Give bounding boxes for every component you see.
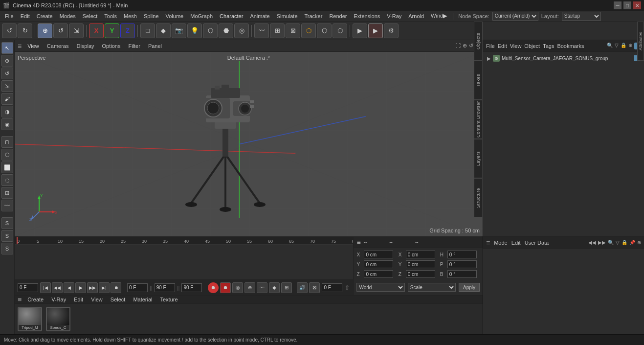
- effector-button[interactable]: ⬡: [333, 23, 347, 38]
- spline-sidebar[interactable]: 〰: [1, 200, 13, 211]
- menu-extensions[interactable]: Extensions: [351, 12, 383, 20]
- paint-sidebar[interactable]: 🖌: [1, 93, 13, 105]
- minimize-button[interactable]: ─: [614, 1, 622, 9]
- coord-z2-input[interactable]: [406, 270, 435, 278]
- menu-animate[interactable]: Animate: [247, 12, 272, 20]
- snap-sidebar[interactable]: S: [1, 217, 13, 229]
- scale-tool-button[interactable]: ⇲: [69, 23, 84, 38]
- vtab-objects[interactable]: Objects: [474, 40, 483, 61]
- uv-sidebar[interactable]: ⊞: [1, 187, 13, 199]
- timeline-track[interactable]: [15, 245, 353, 279]
- vp-display-menu[interactable]: Display: [74, 42, 96, 50]
- attrs-filter-icon[interactable]: ▽: [616, 240, 620, 245]
- redo-button[interactable]: ↻: [18, 23, 32, 38]
- menu-character[interactable]: Character: [217, 12, 246, 20]
- menu-mesh[interactable]: Mesh: [121, 12, 140, 20]
- vp-options-menu[interactable]: Options: [100, 42, 123, 50]
- menu-wind[interactable]: Wind▶: [428, 12, 450, 20]
- snap2-sidebar[interactable]: S: [1, 230, 13, 242]
- vtab-takes[interactable]: Takes: [474, 61, 483, 100]
- material-sidebar[interactable]: ◉: [1, 118, 13, 130]
- light-button[interactable]: 💡: [187, 23, 202, 38]
- frame-up-down[interactable]: ⇕: [344, 284, 350, 292]
- sculpt-sidebar[interactable]: ◑: [1, 106, 13, 117]
- go-to-end-button[interactable]: ▶|: [99, 282, 110, 293]
- obj-file-menu[interactable]: File: [486, 43, 495, 49]
- axis-y-button[interactable]: Y: [105, 23, 119, 38]
- end-frame-input[interactable]: [181, 283, 202, 292]
- render-region-button[interactable]: □: [140, 23, 155, 38]
- field-button[interactable]: ⬡: [317, 23, 332, 38]
- mograph-button[interactable]: ⬡: [301, 23, 316, 38]
- material-tripod[interactable]: Tripod_M: [18, 307, 42, 331]
- boole-button[interactable]: ◎: [234, 23, 249, 38]
- rotate-tool-button[interactable]: ↺: [53, 23, 68, 38]
- obj-object-menu[interactable]: Object: [524, 43, 540, 49]
- vtab-structure[interactable]: Structure: [474, 178, 483, 217]
- render-button[interactable]: ▶: [368, 23, 383, 38]
- render-view-button[interactable]: ▶: [353, 23, 367, 38]
- menu-tools[interactable]: Tools: [101, 12, 120, 20]
- attrs-lock-icon[interactable]: 🔒: [622, 240, 627, 245]
- mat-texture-menu[interactable]: Texture: [158, 296, 180, 303]
- deformer-button[interactable]: ⊠: [286, 23, 300, 38]
- vp-panel-menu[interactable]: Panel: [146, 42, 164, 50]
- prev-button[interactable]: ◀: [64, 282, 74, 293]
- coord-x-input[interactable]: [364, 251, 393, 258]
- point-sidebar[interactable]: ◌: [1, 174, 13, 186]
- attrs-add-icon[interactable]: ⊕: [637, 240, 641, 245]
- frame-display-input[interactable]: [322, 283, 342, 292]
- null-button[interactable]: ◆: [156, 23, 171, 38]
- attrs-nav-back[interactable]: ◀◀: [588, 240, 596, 245]
- mat-select-menu[interactable]: Select: [109, 296, 128, 303]
- mat-material-menu[interactable]: Material: [131, 296, 154, 303]
- loop-sel-sidebar[interactable]: ⊓: [1, 136, 13, 148]
- axis-z-button[interactable]: Z: [120, 23, 135, 38]
- coord-z-input[interactable]: [364, 270, 393, 278]
- rotate-sidebar[interactable]: ↺: [1, 68, 13, 79]
- vtab-content-browser[interactable]: Content Browser: [474, 100, 483, 139]
- close-button[interactable]: ✕: [633, 1, 641, 9]
- menu-simulate[interactable]: Simulate: [274, 12, 301, 20]
- mat-create-menu[interactable]: Create: [25, 296, 45, 303]
- obj-bookmarks-menu[interactable]: Bookmarks: [557, 43, 584, 49]
- scale-sidebar[interactable]: ⇲: [1, 80, 13, 92]
- curve-btn[interactable]: 〰: [257, 282, 267, 293]
- obj-search-icon[interactable]: 🔍: [607, 43, 613, 49]
- vtab-layers[interactable]: Layers: [474, 139, 483, 178]
- menu-vray[interactable]: V-Ray: [384, 12, 404, 20]
- attrs-search-icon[interactable]: 🔍: [608, 240, 614, 245]
- plus-key-btn[interactable]: ⊕: [244, 282, 255, 293]
- attrs-userdata-menu[interactable]: User Data: [525, 240, 549, 246]
- dope-btn[interactable]: ◆: [269, 282, 280, 293]
- coord-y2-input[interactable]: [406, 260, 435, 268]
- scale-select[interactable]: Scale: [408, 283, 456, 292]
- object-group-item[interactable]: ▶ G Multi_Sensor_Camera_JAEGAR_SONUS_gro…: [485, 54, 642, 63]
- layout-select[interactable]: Startup: [562, 12, 601, 21]
- coord-b-input[interactable]: [447, 270, 477, 278]
- render-settings-button[interactable]: ⚙: [384, 23, 399, 38]
- play-button[interactable]: ▶: [75, 282, 86, 293]
- menu-file[interactable]: File: [2, 12, 17, 20]
- vp-view-menu[interactable]: View: [25, 42, 41, 50]
- nla-btn[interactable]: ⊞: [281, 282, 292, 293]
- attrs-pin-icon[interactable]: 📌: [629, 240, 635, 245]
- transform-sidebar[interactable]: ⊕: [1, 55, 13, 67]
- viewport-menu-icon[interactable]: ≡: [18, 42, 22, 50]
- menu-mograph[interactable]: MoGraph: [187, 12, 216, 20]
- obj-tags-menu[interactable]: Tags: [543, 43, 554, 49]
- keying-btn[interactable]: ⏺: [208, 282, 219, 293]
- motion2-btn[interactable]: ⊠: [309, 282, 320, 293]
- coord-p-input[interactable]: [447, 260, 477, 268]
- polygon-sidebar[interactable]: ⬡: [1, 149, 13, 161]
- menu-volume[interactable]: Volume: [163, 12, 187, 20]
- edge-sidebar[interactable]: ⬜: [1, 161, 13, 173]
- vp-cameras-menu[interactable]: Cameras: [45, 42, 71, 50]
- coord-x2-input[interactable]: [406, 251, 435, 258]
- attrs-edit-menu[interactable]: Edit: [511, 240, 521, 246]
- obj-edit-menu[interactable]: Edit: [498, 43, 507, 49]
- move-tool-button[interactable]: ⊕: [38, 23, 52, 38]
- menu-spline[interactable]: Spline: [141, 12, 162, 20]
- spline-button[interactable]: 〰: [254, 23, 269, 38]
- apply-button[interactable]: Apply: [459, 283, 480, 292]
